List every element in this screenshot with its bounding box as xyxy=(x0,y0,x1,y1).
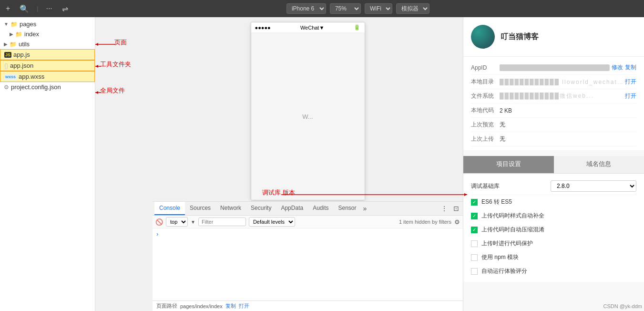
autoevaluate-label: 自动运行体验评分 xyxy=(481,267,636,275)
checkbox-autoevaluate[interactable] xyxy=(471,268,478,275)
tree-item-index[interactable]: ▶ 📁 index xyxy=(0,29,95,39)
js-file-icon: JS xyxy=(4,52,11,58)
path-value: pages/index/index xyxy=(180,303,223,309)
indent-button[interactable]: ⇌ xyxy=(60,3,70,14)
file-tree-panel: ▼ 📁 pages ▶ 📁 index ▶ 📁 utils xyxy=(0,17,95,311)
tab-appdata[interactable]: AppData xyxy=(276,202,308,215)
pages-arrow xyxy=(94,42,116,47)
tree-item-label-appwxss: app.wxss xyxy=(19,73,44,80)
main-area: ▼ 📁 pages ▶ 📁 index ▶ 📁 utils xyxy=(0,17,644,311)
phone-battery: 🔋 xyxy=(354,24,360,31)
device-selector-area: iPhone 6 iPhone 7 iPhone X 75% 100% 50% … xyxy=(76,3,640,14)
checkbox-codeprotect[interactable] xyxy=(471,240,478,247)
tree-item-label-appjson: app.json xyxy=(10,62,33,69)
add-button[interactable]: + xyxy=(4,3,12,14)
utils-annotation-label: 工具文件夹 xyxy=(100,60,131,69)
checkbox-es6[interactable]: ✓ xyxy=(471,199,478,206)
npm-label: 使用 npm 模块 xyxy=(481,253,636,261)
checkbox-npm[interactable] xyxy=(471,254,478,261)
zoom-select[interactable]: 75% 100% 50% xyxy=(330,3,361,14)
tree-item-label: pages xyxy=(20,21,36,28)
tree-item-appwxss[interactable]: wxss app.wxss xyxy=(0,71,95,82)
tab-security[interactable]: Security xyxy=(246,202,276,215)
devtools-settings-icon[interactable]: ⋮ xyxy=(439,204,450,213)
filter-input[interactable] xyxy=(198,218,246,226)
json-file-icon: {} xyxy=(4,62,8,69)
tree-item-label-index: index xyxy=(24,31,39,38)
devtools-content-area: › xyxy=(153,228,463,301)
tree-item-label-config: project.config.json xyxy=(11,83,61,91)
device-select[interactable]: iPhone 6 iPhone 7 iPhone X xyxy=(286,3,326,14)
csdn-badge: CSDN @yk-ddm xyxy=(603,303,642,309)
phone-preview-area: ●●●●● WeChat▼ 🔋 W... xyxy=(153,17,463,201)
appid-modify-action[interactable]: 修改 xyxy=(612,63,623,72)
levels-select[interactable]: Default levels Verbose Info Warnings Err… xyxy=(249,217,295,227)
tree-item-appjs[interactable]: JS app.js xyxy=(0,49,95,60)
tab-audits[interactable]: Audits xyxy=(308,202,333,215)
simulate-select[interactable]: 模拟器 xyxy=(396,3,429,14)
tab-network[interactable]: Network xyxy=(215,202,246,215)
search-button[interactable]: 🔍 xyxy=(18,3,31,14)
setting-row-codeprotect: 上传时进行代码保护 xyxy=(471,237,636,250)
localdir-open-action[interactable]: 打开 xyxy=(625,78,636,86)
devtools-dock-icon[interactable]: ⊡ xyxy=(451,204,461,213)
svg-marker-3 xyxy=(95,65,98,68)
utils-arrow xyxy=(94,64,102,69)
folder-icon-index: 📁 xyxy=(15,31,22,38)
tree-item-appjson[interactable]: {} app.json xyxy=(0,60,95,71)
checkbox-autostyle[interactable]: ✓ xyxy=(471,213,478,219)
toolbar-separator: | xyxy=(37,5,38,12)
tabs-more-button[interactable]: » xyxy=(361,202,369,215)
tree-item-config[interactable]: ⚙ project.config.json xyxy=(0,82,95,92)
debug-lib-select[interactable]: 2.8.0 xyxy=(551,180,636,192)
filter-settings-gear-icon[interactable]: ⚙ xyxy=(454,218,460,226)
arrow-icon-index: ▶ xyxy=(10,31,13,37)
open-link[interactable]: 打开 xyxy=(239,302,249,310)
info-row-lastupload: 上次上传 无 xyxy=(471,132,636,146)
tab-project-settings[interactable]: 项目设置 xyxy=(463,156,554,173)
arrow-icon: ▼ xyxy=(4,21,9,27)
devtools-tab-actions: ⋮ ⊡ xyxy=(439,204,461,213)
arrow-icon-utils: ▶ xyxy=(4,41,8,47)
tab-sensor[interactable]: Sensor xyxy=(334,202,361,215)
phone-frame: ●●●●● WeChat▼ 🔋 W... xyxy=(251,22,365,200)
debug-lib-label: 调试基础库 xyxy=(471,182,547,190)
lastupload-value: 无 xyxy=(500,135,636,143)
setting-row-autoevaluate: 自动运行体验评分 xyxy=(471,264,636,278)
appid-copy-action[interactable]: 复制 xyxy=(625,63,636,72)
tab-domain-info[interactable]: 域名信息 xyxy=(554,156,644,173)
annotations-overlay: 页面 工具文件夹 全局文件 xyxy=(95,17,153,311)
info-row-localdir: 本地目录 ████████████ lloworld_wechat_a... 打… xyxy=(471,75,636,89)
app-info-header: 叮当猫博客 xyxy=(463,17,644,57)
tab-sources[interactable]: Sources xyxy=(185,202,215,215)
setting-row-autocompress: ✓ 上传代码时自动压缩混淆 xyxy=(471,223,636,237)
file-tree: ▼ 📁 pages ▶ 📁 index ▶ 📁 utils xyxy=(0,17,95,311)
scope-dropdown-icon: ▼ xyxy=(191,219,195,225)
app-info-table: AppID ████████████ 修改 复制 本地目录 ██████████… xyxy=(463,57,644,150)
global-annotation-label: 全局文件 xyxy=(100,86,125,95)
info-row-filesystem: 文件系统 ████████████微信web... 打开 xyxy=(471,89,636,104)
scope-select[interactable]: top xyxy=(166,217,188,227)
phone-content-placeholder: W... xyxy=(302,113,313,120)
phone-signal: ●●●●● xyxy=(255,25,271,31)
tree-item-label-utils: utils xyxy=(19,41,30,48)
console-expand-arrow[interactable]: › xyxy=(156,230,158,238)
filesystem-open-action[interactable]: 打开 xyxy=(625,92,636,100)
more-button[interactable]: ··· xyxy=(44,3,54,14)
console-clear-icon[interactable]: 🚫 xyxy=(155,218,163,226)
right-panel: 叮当猫博客 AppID ████████████ 修改 复制 本地目录 ████… xyxy=(463,17,644,311)
localdir-value: ████████████ lloworld_wechat_a... xyxy=(500,79,623,85)
devtools-filter-bar: 🚫 top ▼ Default levels Verbose Info Warn… xyxy=(153,216,463,228)
tree-item-utils[interactable]: ▶ 📁 utils xyxy=(0,39,95,49)
tab-console[interactable]: Console xyxy=(154,202,185,215)
pages-annotation-label: 页面 xyxy=(114,38,127,47)
network-select[interactable]: WiFi 4G 3G xyxy=(365,3,392,14)
info-row-appid: AppID ████████████ 修改 复制 xyxy=(471,61,636,75)
checkbox-autocompress[interactable]: ✓ xyxy=(471,227,478,233)
phone-content-area: W... xyxy=(251,33,365,200)
lastpreview-label: 上次预览 xyxy=(471,121,500,129)
copy-link[interactable]: 复制 xyxy=(225,302,236,310)
wxss-file-icon: wxss xyxy=(4,74,17,80)
phone-carrier: WeChat▼ xyxy=(300,25,324,31)
tree-item-pages[interactable]: ▼ 📁 pages xyxy=(0,19,95,29)
